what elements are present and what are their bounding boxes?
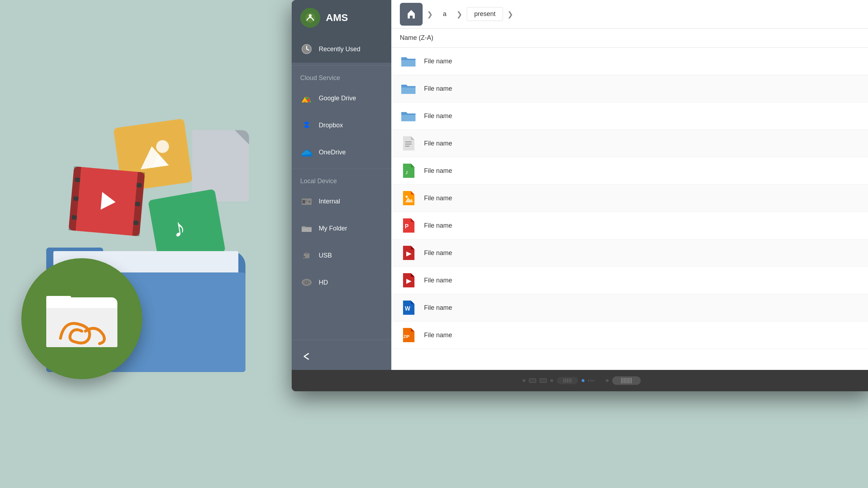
dropbox-icon (300, 119, 313, 132)
breadcrumb-chevron-3: ❯ (507, 10, 513, 18)
sidebar: AMS Recently Used Cloud Service (292, 0, 391, 370)
svg-text:ZIP: ZIP (403, 334, 409, 339)
onedrive-icon (300, 146, 313, 159)
video-card (69, 166, 145, 237)
breadcrumb-bar: ❯ a ❯ present ❯ (391, 0, 868, 28)
breadcrumb-chevron-2: ❯ (456, 10, 462, 18)
sidebar-item-recently-used[interactable]: Recently Used (292, 36, 391, 63)
usb-icon (300, 249, 313, 262)
hd-label: HD (319, 279, 328, 286)
internal-icon (300, 195, 313, 208)
svg-rect-19 (302, 200, 305, 203)
home-button[interactable] (400, 3, 423, 26)
svg-rect-21 (306, 201, 307, 202)
sidebar-item-my-folder[interactable]: My Folder (292, 215, 391, 242)
sidebar-item-internal[interactable]: Internal (292, 188, 391, 215)
svg-marker-4 (101, 192, 116, 211)
sort-label[interactable]: Name (Z-A) (400, 34, 433, 41)
sidebar-item-usb[interactable]: USB (292, 242, 391, 269)
sidebar-item-dropbox[interactable]: Dropbox (292, 112, 391, 139)
my-folder-icon (300, 222, 313, 235)
breadcrumb-a[interactable]: a (437, 7, 452, 21)
table-row[interactable]: W File name (391, 294, 868, 322)
svg-rect-20 (306, 200, 307, 201)
svg-text:W: W (405, 306, 411, 312)
svg-point-40 (406, 196, 408, 198)
divider-1 (292, 65, 391, 66)
file-name: File name (424, 140, 452, 147)
table-row[interactable]: File name (391, 75, 868, 102)
dropbox-label: Dropbox (319, 122, 343, 129)
file-name: File name (424, 58, 452, 65)
google-drive-label: Google Drive (319, 95, 356, 102)
monitor-bottom-bar (292, 370, 868, 391)
file-name: File name (424, 331, 452, 339)
cloud-service-label: Cloud Service (292, 69, 391, 85)
svg-point-31 (306, 282, 307, 283)
video-icon (400, 244, 417, 261)
file-name: File name (424, 195, 452, 202)
google-drive-icon (300, 92, 313, 105)
table-row[interactable]: ♪ File name (391, 157, 868, 185)
video2-icon (400, 272, 417, 289)
svg-marker-16 (304, 121, 309, 125)
sidebar-back-button[interactable] (292, 343, 391, 370)
file-list: File name File name (391, 48, 868, 370)
local-device-label: Local Device (292, 172, 391, 188)
svg-point-22 (308, 201, 311, 203)
sort-bar: Name (Z-A) (391, 28, 868, 48)
file-name: File name (424, 85, 452, 92)
table-row[interactable]: File name (391, 48, 868, 75)
file-name: File name (424, 112, 452, 120)
recently-used-label: Recently Used (319, 46, 360, 53)
svg-rect-25 (305, 253, 308, 254)
sidebar-item-google-drive[interactable]: Google Drive (292, 85, 391, 112)
device-frame: AMS Recently Used Cloud Service (285, 0, 868, 488)
sidebar-item-onedrive[interactable]: OneDrive (292, 139, 391, 166)
divider-3 (292, 340, 391, 340)
clock-icon (300, 43, 313, 55)
file-name: File name (424, 277, 452, 284)
file-name: File name (424, 167, 452, 175)
breadcrumb-present[interactable]: present (467, 7, 503, 21)
image-icon (400, 190, 417, 207)
illustration-area: ♪ (0, 0, 292, 488)
main-content: ❯ a ❯ present ❯ Name (Z-A) (391, 0, 868, 370)
zip-icon: ZIP (400, 327, 417, 344)
svg-rect-33 (401, 87, 416, 94)
file-name: File name (424, 304, 452, 312)
table-row[interactable]: ZIP File name (391, 322, 868, 349)
breadcrumb-chevron-1: ❯ (427, 10, 433, 18)
my-folder-label: My Folder (319, 225, 347, 232)
app-icon-circle (21, 258, 142, 379)
ams-icon (300, 8, 320, 28)
table-row[interactable]: P File name (391, 212, 868, 239)
table-row[interactable]: File name (391, 267, 868, 294)
document-icon (400, 135, 417, 152)
table-row[interactable]: File name (391, 185, 868, 212)
screen: AMS Recently Used Cloud Service (292, 0, 868, 370)
svg-marker-17 (304, 125, 309, 128)
svg-rect-23 (302, 228, 312, 232)
table-row[interactable]: File name (391, 102, 868, 130)
monitor: AMS Recently Used Cloud Service (292, 0, 868, 391)
document-card (192, 130, 249, 201)
folder-scene: ♪ (36, 116, 256, 372)
sidebar-item-hd[interactable]: HD (292, 269, 391, 296)
svg-rect-27 (303, 258, 305, 259)
svg-rect-34 (401, 115, 416, 121)
svg-text:♪: ♪ (405, 169, 408, 176)
table-row[interactable]: File name (391, 239, 868, 267)
folder-open-icon (400, 53, 417, 70)
word-icon: W (400, 299, 417, 316)
app-title: AMS (326, 12, 348, 23)
svg-rect-32 (401, 60, 416, 67)
music-icon: ♪ (400, 162, 417, 179)
svg-point-7 (309, 14, 312, 17)
sidebar-header: AMS (292, 0, 391, 36)
file-name: File name (424, 222, 452, 229)
folder-open-icon (400, 107, 417, 124)
file-name: File name (424, 249, 452, 257)
table-row[interactable]: File name (391, 130, 868, 157)
hd-icon (300, 276, 313, 289)
